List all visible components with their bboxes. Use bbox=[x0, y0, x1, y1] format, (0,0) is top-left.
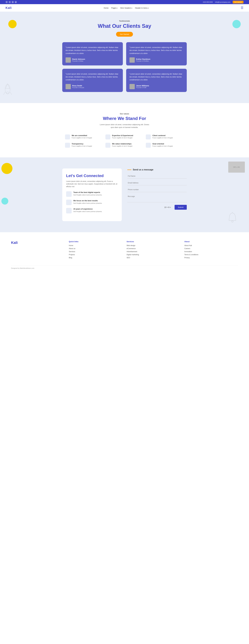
connect-section: 300 x 181 Let's Get Connected Lorem ipsu… bbox=[0, 158, 249, 232]
testimonial-text-0: "Lorem ipsum dolor sit amet, consectetur… bbox=[66, 46, 120, 55]
footer-link-blog[interactable]: Blog bbox=[69, 257, 122, 259]
author-title-1: Founder of Divilleo bbox=[136, 60, 150, 62]
full-name-input[interactable] bbox=[127, 174, 187, 178]
testimonials-cta-button[interactable]: Get Started bbox=[116, 32, 133, 37]
hamburger-icon[interactable]: ☰ bbox=[241, 6, 244, 10]
phone-input[interactable] bbox=[127, 187, 187, 192]
testimonials-section: Testimonials What Our Clients Say Get St… bbox=[0, 12, 249, 103]
author-name-1: Esther Davidson bbox=[136, 58, 150, 60]
value-title-5: Goal oriented bbox=[152, 143, 173, 145]
footer-careers[interactable]: Careers bbox=[184, 248, 238, 250]
connect-deco-yellow bbox=[2, 163, 12, 174]
footer-terms[interactable]: Terms & conditions bbox=[184, 254, 238, 256]
value-icon-2 bbox=[146, 134, 151, 140]
testimonial-text-3: "Lorem ipsum dolor sit amet, consectetur… bbox=[130, 72, 184, 82]
footer-link-home[interactable]: Home bbox=[69, 244, 122, 246]
testimonial-text-2: "Lorem ipsum dolor sit amet, consectetur… bbox=[66, 72, 120, 82]
author-title-3: Founder of DM bbox=[136, 87, 149, 88]
svg-point-2 bbox=[6, 92, 9, 94]
testimonial-card-3: "Lorem ipsum dolor sit amet, consectetur… bbox=[126, 69, 187, 92]
svg-point-5 bbox=[232, 220, 233, 222]
value-title-0: We are committed bbox=[72, 134, 92, 136]
logo: Kali bbox=[6, 6, 12, 10]
youtube-icon[interactable]: yt bbox=[15, 1, 17, 3]
value-desc-0: Fusce sagittis et nisi in feugiat bbox=[72, 137, 92, 138]
footer-service-seo[interactable]: SEO bbox=[126, 257, 180, 259]
footer-link-services[interactable]: Services bbox=[69, 251, 122, 252]
testimonial-author-2: Rosa Smith Founder of Avanti bbox=[66, 84, 120, 89]
footer-service-ad[interactable]: Advertisement bbox=[126, 251, 180, 252]
footer-brand: Kali bbox=[11, 240, 65, 260]
footer: Kali Quick links Home About us Services … bbox=[0, 232, 249, 273]
footer-link-about[interactable]: About us bbox=[69, 248, 122, 250]
nav-hero-headers[interactable]: Hero headers bbox=[120, 7, 132, 9]
testimonial-author-0: David Johnson Founder of Atlas bbox=[66, 58, 120, 63]
footer-about-list: About Kali Careers Innovation Terms & co… bbox=[184, 244, 238, 259]
value-title-2: Client centered bbox=[152, 134, 173, 136]
bell-icon bbox=[227, 212, 238, 224]
value-title-1: Expertise & Experienced bbox=[112, 134, 133, 136]
nav-header-menu[interactable]: Header & menu bbox=[135, 7, 149, 9]
linkedin-icon[interactable]: in bbox=[12, 1, 14, 3]
values-heading: Where We Stand For bbox=[11, 116, 238, 121]
feature-title-1: We focus on the best results bbox=[73, 200, 102, 202]
testimonial-text-1: "Lorem ipsum dolor sit amet, consectetur… bbox=[130, 46, 184, 55]
footer-link-projects[interactable]: Projects bbox=[69, 254, 122, 256]
email-input[interactable] bbox=[127, 180, 187, 185]
feature-desc-0: Sed fringilla nulla id ante pulvinar pha… bbox=[73, 194, 102, 196]
feature-desc-1: Sed fringilla nulla id ante pulvinar pha… bbox=[73, 202, 102, 204]
form-group-name bbox=[127, 174, 187, 178]
value-desc-2: Fusce sagittis et nisi in feugiat bbox=[152, 137, 173, 138]
email-address: info@mycompany.com bbox=[215, 1, 230, 3]
footer-service-ecommerce[interactable]: eCommerce bbox=[126, 248, 180, 250]
connect-desc: Lorem ipsum dolor sit amet, consectetur … bbox=[66, 180, 118, 188]
value-item-1: Expertise & Experienced Fusce sagittis e… bbox=[106, 134, 144, 140]
footer-about-kali[interactable]: About Kali bbox=[184, 244, 238, 246]
value-desc-4: Fusce sagittis et nisi in feugiat bbox=[112, 145, 132, 147]
value-icon-3 bbox=[65, 143, 70, 148]
footer-service-digital[interactable]: Digital marketing bbox=[126, 254, 180, 256]
nav-links: Home Pages Hero headers Header & menu bbox=[104, 7, 149, 9]
value-item-5: Goal oriented Fusce sagittis et nisi in … bbox=[146, 143, 184, 148]
author-name-2: Rosa Smith bbox=[72, 85, 84, 87]
message-input[interactable] bbox=[127, 194, 187, 202]
rocket-icon bbox=[2, 82, 14, 98]
value-desc-5: Fusce sagittis et nisi in feugiat bbox=[152, 145, 173, 147]
footer-privacy[interactable]: Privacy bbox=[184, 257, 238, 259]
feature-icon-1 bbox=[66, 200, 72, 205]
value-title-3: Transparency bbox=[72, 143, 92, 145]
top-bar: f t in yt +815.555.5555 info@mycompany.c… bbox=[0, 0, 249, 4]
connect-feature-1: We focus on the best results Sed fringil… bbox=[66, 200, 118, 205]
testimonials-heading: What Our Clients Say bbox=[11, 23, 238, 29]
avatar-2 bbox=[66, 84, 71, 89]
footer-logo: Kali bbox=[11, 240, 65, 245]
value-item-0: We are committed Fusce sagittis et nisi … bbox=[65, 134, 103, 140]
value-icon-5 bbox=[146, 143, 151, 148]
feature-icon-2 bbox=[66, 208, 72, 214]
value-item-3: Transparency Fusce sagittis et nisi in f… bbox=[65, 143, 103, 148]
facebook-icon[interactable]: f bbox=[6, 1, 8, 3]
author-name-0: David Johnson bbox=[72, 58, 85, 60]
author-name-3: Jason Williams bbox=[136, 85, 149, 87]
top-bar-left: f t in yt bbox=[6, 1, 17, 3]
nav-home[interactable]: Home bbox=[104, 7, 108, 9]
twitter-icon[interactable]: t bbox=[8, 1, 11, 3]
values-section: Our values Where We Stand For Lorem ipsu… bbox=[0, 103, 249, 158]
value-icon-1 bbox=[106, 134, 110, 140]
nav-pages[interactable]: Pages bbox=[111, 7, 118, 9]
svg-point-0 bbox=[5, 84, 10, 94]
footer-service-web[interactable]: Web design bbox=[126, 244, 180, 246]
form-group-phone bbox=[127, 187, 187, 192]
values-subtitle: Lorem ipsum dolor sit amet, consectetur … bbox=[100, 123, 150, 129]
contact-form-container: Send us a message 13 + 8 = Submit bbox=[127, 168, 187, 210]
captcha-box: 13 + 8 = bbox=[162, 205, 173, 210]
top-cta-button[interactable]: Get started bbox=[233, 1, 244, 4]
footer-innovation[interactable]: Innovation bbox=[184, 251, 238, 252]
value-item-2: Client centered Fusce sagittis et nisi i… bbox=[146, 134, 184, 140]
submit-button[interactable]: Submit bbox=[174, 205, 187, 210]
author-title-2: Founder of Avanti bbox=[72, 87, 84, 88]
feature-desc-2: Sed fringilla nulla id ante pulvinar pha… bbox=[73, 210, 102, 213]
top-bar-right: +815.555.5555 info@mycompany.com Get sta… bbox=[203, 1, 244, 4]
deco-yellow-circle bbox=[8, 20, 16, 28]
values-label: Our values bbox=[11, 113, 238, 115]
